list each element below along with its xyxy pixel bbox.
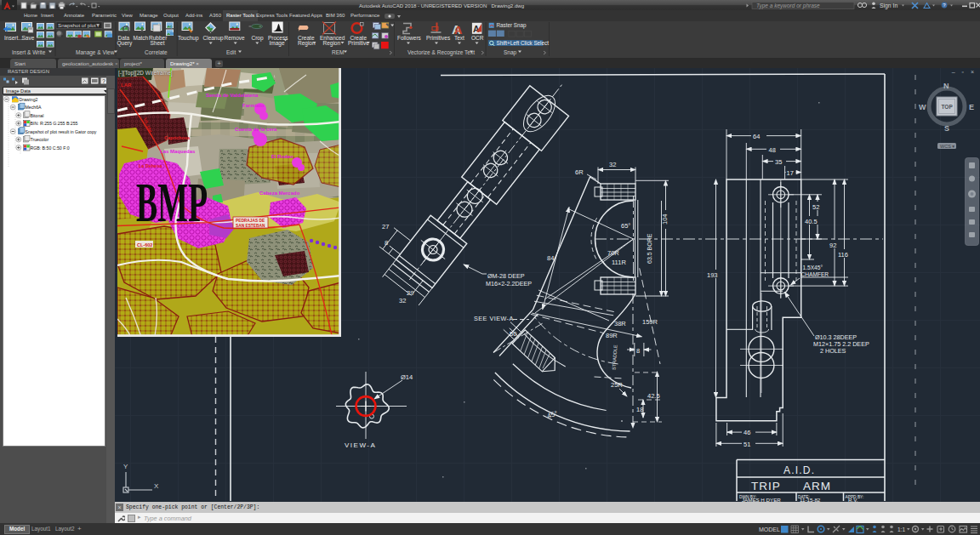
svg-text:Type a keyword or phrase: Type a keyword or phrase: [756, 3, 820, 9]
svg-text:Edit: Edit: [226, 49, 236, 55]
svg-text:PEDRAJAS DE: PEDRAJAS DE: [236, 219, 265, 223]
svg-text:REM: REM: [332, 49, 344, 55]
svg-text:Snap: Snap: [504, 49, 517, 56]
svg-text:29: 29: [407, 289, 413, 297]
svg-text:27: 27: [382, 223, 389, 231]
svg-text:Correlate: Correlate: [145, 49, 168, 55]
svg-text:92: 92: [829, 242, 836, 249]
svg-text:CL-602: CL-602: [137, 242, 152, 248]
svg-text:Drawing2: Drawing2: [20, 97, 38, 102]
svg-text:LAR: LAR: [121, 83, 132, 88]
svg-text:OCR: OCR: [471, 35, 484, 41]
svg-text:Primitives: Primitives: [426, 35, 451, 41]
svg-text:Manage & View: Manage & View: [76, 49, 115, 56]
svg-text:42.5: 42.5: [647, 392, 660, 400]
svg-text:Crop: Crop: [252, 35, 264, 42]
svg-text:X: X: [154, 482, 159, 490]
svg-text:Raster Snap: Raster Snap: [497, 22, 527, 29]
svg-text:Cuesta de la cera: Cuesta de la cera: [235, 127, 277, 132]
svg-text:Region: Region: [323, 40, 341, 47]
svg-text:84: 84: [547, 254, 554, 262]
svg-text:32: 32: [609, 161, 616, 168]
svg-text:35: 35: [775, 158, 782, 166]
svg-text:48: 48: [769, 146, 776, 154]
svg-text:116: 116: [838, 251, 848, 259]
svg-text:2 HOLES: 2 HOLES: [820, 347, 846, 355]
svg-text:S: S: [944, 124, 949, 133]
svg-text:63.5 BORE: 63.5 BORE: [647, 233, 652, 264]
svg-text:Primitive: Primitive: [348, 40, 369, 46]
svg-text:MODEL: MODEL: [759, 526, 780, 532]
svg-text:193: 193: [707, 271, 718, 279]
svg-text:65°: 65°: [621, 222, 630, 230]
svg-text:SAN ESTEBAN: SAN ESTEBAN: [236, 224, 265, 228]
svg-text:Cabeza Mercado: Cabeza Mercado: [259, 191, 300, 196]
svg-text:BMP: BMP: [136, 171, 208, 233]
svg-text:Senda de Valdelatena: Senda de Valdelatena: [206, 93, 259, 98]
svg-text:CHAMFER: CHAMFER: [801, 271, 829, 277]
svg-text:Truecolor: Truecolor: [31, 137, 49, 142]
svg-text:Snapshot of plot r: Snapshot of plot r: [58, 22, 100, 28]
svg-text:25R: 25R: [611, 381, 623, 389]
svg-text:N: N: [943, 82, 949, 90]
svg-text:M16×2-2.2DEEP: M16×2-2.2DEEP: [486, 280, 532, 287]
svg-text:32: 32: [399, 297, 406, 304]
svg-text:Mech6A: Mech6A: [26, 105, 43, 110]
svg-text:1.5X45°: 1.5X45°: [803, 265, 823, 270]
svg-text:Insert & Write: Insert & Write: [12, 49, 46, 55]
svg-text:Image: Image: [270, 40, 285, 47]
svg-text:Shift+Left Click Select: Shift+Left Click Select: [497, 40, 550, 46]
svg-text:TOP: TOP: [942, 104, 954, 110]
svg-text:La Dehesa: La Dehesa: [139, 163, 162, 168]
svg-text:6R: 6R: [575, 168, 584, 176]
svg-text:SEE VIEW-A: SEE VIEW-A: [474, 315, 514, 322]
svg-text:Remove: Remove: [225, 35, 246, 41]
svg-text:40.5: 40.5: [805, 218, 818, 225]
svg-text:Text: Text: [454, 35, 464, 41]
svg-text:18: 18: [636, 406, 643, 413]
svg-text:Query: Query: [117, 40, 133, 47]
svg-text:Insert...: Insert...: [4, 35, 23, 41]
svg-text:Followers: Followers: [397, 35, 422, 41]
svg-text:W: W: [919, 103, 926, 111]
svg-text:E: E: [969, 103, 974, 111]
svg-text:38R: 38R: [614, 320, 626, 327]
svg-text:52: 52: [812, 203, 819, 211]
svg-text:89R: 89R: [606, 332, 618, 339]
svg-text:RGB: B:50 C:50 F:0: RGB: B:50 C:50 F:0: [31, 145, 70, 151]
svg-text:Match: Match: [134, 35, 149, 41]
svg-text:1:1: 1:1: [897, 526, 905, 532]
svg-text:STRADDLE: STRADDLE: [611, 344, 618, 370]
svg-text:46: 46: [744, 429, 750, 436]
svg-text:TRIP: TRIP: [751, 480, 781, 492]
svg-text:Touchup: Touchup: [178, 35, 199, 42]
svg-text:?: ?: [102, 78, 105, 84]
svg-text:64: 64: [753, 133, 760, 140]
svg-text:70R: 70R: [607, 249, 619, 257]
svg-text:Sign In: Sign In: [880, 3, 897, 9]
svg-text:VIEW-A: VIEW-A: [345, 441, 376, 449]
svg-text:Cleanup: Cleanup: [203, 35, 225, 42]
svg-text:Region: Region: [298, 40, 316, 47]
svg-text:ARM: ARM: [803, 480, 831, 492]
svg-text:111R: 111R: [612, 259, 626, 266]
svg-text:104: 104: [661, 213, 669, 225]
svg-text:A.I.D.: A.I.D.: [783, 464, 815, 476]
svg-text:Ø14: Ø14: [401, 373, 413, 381]
svg-text:BIN: R:255 G:255 B:255: BIN: R:255 G:255 B:255: [31, 121, 78, 126]
svg-text:17: 17: [787, 169, 794, 177]
svg-text:Farmiato: Farmiato: [242, 103, 265, 108]
svg-text:Vectorize & Recognize Text: Vectorize & Recognize Text: [407, 49, 475, 56]
svg-text:Las Maquedas: Las Maquedas: [160, 149, 196, 154]
svg-text:Y: Y: [123, 463, 128, 470]
svg-text:Save: Save: [22, 35, 35, 41]
svg-text:Snapshot of plot result in Gat: Snapshot of plot result in Gator copy: [26, 129, 97, 134]
svg-text:Caprichosa: Caprichosa: [164, 135, 191, 140]
svg-text:WCS ▾: WCS ▾: [940, 144, 954, 149]
svg-text:Sheet: Sheet: [151, 40, 165, 46]
svg-text:8: 8: [636, 347, 640, 355]
svg-text:El Rodeo: El Rodeo: [271, 154, 293, 159]
svg-text:Bitonal: Bitonal: [31, 113, 44, 118]
svg-text:8: 8: [385, 239, 388, 247]
svg-text:51: 51: [744, 441, 750, 448]
